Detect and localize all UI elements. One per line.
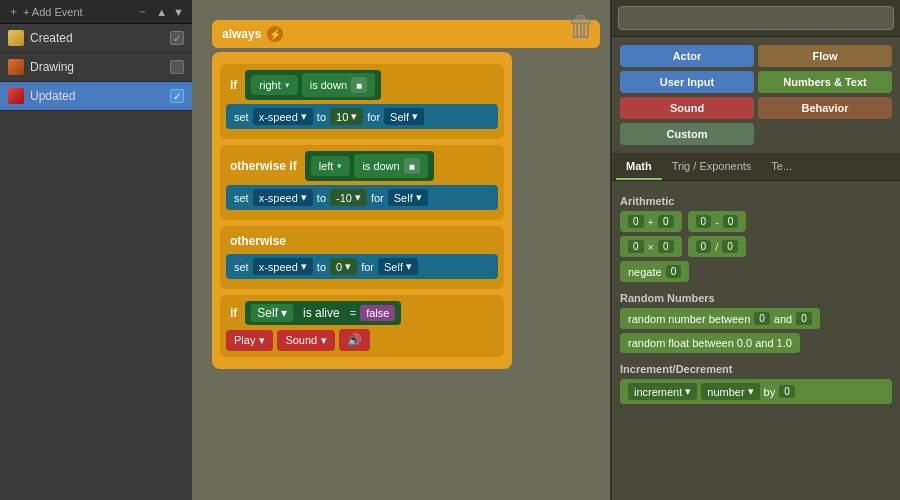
- tab-trig[interactable]: Trig / Exponents: [662, 154, 762, 180]
- random-from: 0: [754, 312, 770, 325]
- set-xspeed-neg10-row: set x-speed ▾ to -10 ▾ for Self ▾: [226, 185, 498, 210]
- increment-row[interactable]: increment ▾ number ▾ by 0: [620, 379, 892, 404]
- to-keyword: to: [317, 111, 326, 123]
- sound-arrow: ▾: [321, 334, 327, 347]
- val-arrow: ▾: [351, 110, 357, 123]
- random-float-block[interactable]: random float between 0.0 and 1.0: [620, 333, 800, 353]
- left-label: left: [319, 160, 334, 172]
- cat-flow-button[interactable]: Flow: [758, 45, 892, 67]
- created-checkbox[interactable]: ✓: [170, 31, 184, 45]
- trash-button[interactable]: 🗑: [564, 10, 600, 52]
- sidebar-item-created[interactable]: Created ✓: [0, 24, 192, 53]
- for-keyword-2: for: [371, 192, 384, 204]
- val-0: 0: [336, 261, 342, 273]
- increment-label: Increment/Decrement: [620, 363, 892, 375]
- val-0-block[interactable]: 0 ▾: [330, 258, 357, 275]
- tab-text[interactable]: Te...: [761, 154, 802, 180]
- mul-right: 0: [658, 240, 674, 253]
- by-label: by: [764, 386, 776, 398]
- val-10: 10: [336, 111, 348, 123]
- div-right: 0: [722, 240, 738, 253]
- inc-field-label: number: [707, 386, 744, 398]
- tab-math[interactable]: Math: [616, 154, 662, 180]
- is-down-block: is down ■: [302, 73, 375, 97]
- updated-checkbox[interactable]: ✓: [170, 89, 184, 103]
- if-right-block: if right ▾ is down ■ set: [220, 64, 504, 139]
- otherwise-if-keyword: otherwise if: [226, 157, 301, 175]
- always-label: always: [222, 27, 261, 41]
- negate-block[interactable]: negate 0: [620, 261, 689, 282]
- inc-field-dropdown[interactable]: number ▾: [701, 383, 759, 400]
- val-neg10-block[interactable]: -10 ▾: [330, 189, 367, 206]
- right-dropdown[interactable]: right ▾: [251, 75, 297, 95]
- down-icon[interactable]: ▼: [173, 6, 184, 18]
- cat-actor-button[interactable]: Actor: [620, 45, 754, 67]
- set-keyword: set: [234, 111, 249, 123]
- otherwise-if-left-block: otherwise if left ▾ is down ■ set: [220, 145, 504, 220]
- updated-icon: [8, 88, 24, 104]
- search-input[interactable]: [618, 6, 894, 30]
- cat-behavior-button[interactable]: Behavior: [758, 97, 892, 119]
- condition-left: left ▾ is down ■: [305, 151, 434, 181]
- add-left: 0: [628, 215, 644, 228]
- div-block[interactable]: 0 / 0: [688, 236, 746, 257]
- left-arrow: ▾: [337, 161, 342, 171]
- toggle-btn[interactable]: ■: [351, 77, 367, 93]
- sub-block[interactable]: 0 - 0: [688, 211, 747, 232]
- cat-custom-button[interactable]: Custom: [620, 123, 754, 145]
- self-dropdown-2[interactable]: Self ▾: [388, 189, 428, 206]
- xspeed-dropdown-3[interactable]: x-speed ▾: [253, 258, 313, 275]
- dropdown-arrow3: ▾: [301, 191, 307, 204]
- search-bar: [612, 0, 900, 37]
- val-0-arrow: ▾: [345, 260, 351, 273]
- arithmetic-label: Arithmetic: [620, 195, 892, 207]
- self-dropdown-3[interactable]: Self ▾: [378, 258, 418, 275]
- cat-numbers-button[interactable]: Numbers & Text: [758, 71, 892, 93]
- dropdown-arrow4: ▾: [301, 260, 307, 273]
- volume-block[interactable]: 🔊: [339, 329, 370, 351]
- self-alive-label: Self: [257, 306, 278, 320]
- cat-sound-button[interactable]: Sound: [620, 97, 754, 119]
- is-alive-label: is alive: [303, 306, 340, 320]
- sidebar-item-updated[interactable]: Updated ✓: [0, 82, 192, 111]
- inc-action-dropdown[interactable]: increment ▾: [628, 383, 697, 400]
- dropdown-arrow: ▾: [285, 80, 290, 90]
- self-arrow: ▾: [412, 110, 418, 123]
- category-grid: Actor Flow User Input Numbers & Text Sou…: [612, 37, 900, 154]
- xspeed-dropdown[interactable]: x-speed ▾: [253, 108, 313, 125]
- mul-left: 0: [628, 240, 644, 253]
- random-int-block[interactable]: random number between 0 and 0: [620, 308, 820, 329]
- right-panel: Actor Flow User Input Numbers & Text Sou…: [610, 0, 900, 500]
- toggle-btn-2[interactable]: ■: [404, 158, 420, 174]
- is-down-label-2: is down: [362, 160, 399, 172]
- if-alive-block: if Self ▾ is alive = false: [220, 295, 504, 357]
- up-icon[interactable]: ▲: [156, 6, 167, 18]
- val-10-block[interactable]: 10 ▾: [330, 108, 363, 125]
- add-event-button[interactable]: ＋ + Add Event － ▲ ▼: [0, 0, 192, 24]
- drawing-icon: [8, 59, 24, 75]
- sidebar-item-drawing[interactable]: Drawing: [0, 53, 192, 82]
- play-block[interactable]: Play ▾: [226, 330, 273, 351]
- self-label-1: Self: [390, 111, 409, 123]
- otherwise-block: otherwise set x-speed ▾ to 0 ▾ for Se: [220, 226, 504, 289]
- arithmetic-row-2: 0 × 0 0 / 0: [620, 236, 892, 257]
- drawing-checkbox[interactable]: [170, 60, 184, 74]
- blocks-area: Arithmetic 0 + 0 0 - 0 0 × 0 0 / 0: [612, 181, 900, 500]
- is-down-block-2: is down ■: [354, 154, 427, 178]
- cat-user-input-button[interactable]: User Input: [620, 71, 754, 93]
- play-arrow: ▾: [259, 334, 265, 347]
- play-label: Play: [234, 334, 255, 346]
- xspeed-dropdown-2[interactable]: x-speed ▾: [253, 189, 313, 206]
- to-keyword-3: to: [317, 261, 326, 273]
- minimize-icon[interactable]: －: [137, 4, 148, 19]
- dropdown-arrow2: ▾: [301, 110, 307, 123]
- sound-block[interactable]: Sound ▾: [277, 330, 335, 351]
- mul-block[interactable]: 0 × 0: [620, 236, 682, 257]
- self-alive-dropdown[interactable]: Self ▾: [251, 304, 293, 322]
- sound-label: Sound: [285, 334, 317, 346]
- self-dropdown-1[interactable]: Self ▾: [384, 108, 424, 125]
- val-neg10-arrow: ▾: [355, 191, 361, 204]
- add-right: 0: [658, 215, 674, 228]
- add-block[interactable]: 0 + 0: [620, 211, 682, 232]
- left-dropdown[interactable]: left ▾: [311, 156, 351, 176]
